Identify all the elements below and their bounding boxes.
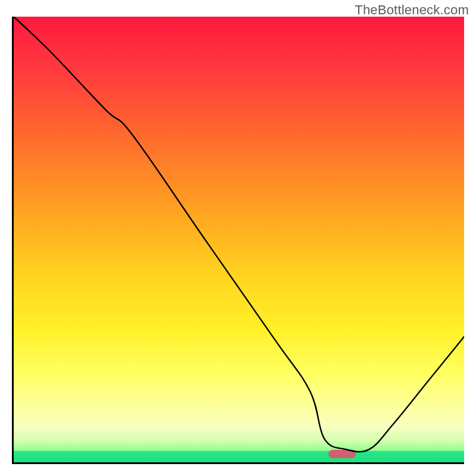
- chart-frame: TheBottleneck.com: [0, 0, 476, 476]
- plot-area: [12, 17, 464, 464]
- attribution-text: TheBottleneck.com: [355, 2, 469, 18]
- optimal-marker: [328, 450, 356, 458]
- background-gradient: [14, 17, 464, 462]
